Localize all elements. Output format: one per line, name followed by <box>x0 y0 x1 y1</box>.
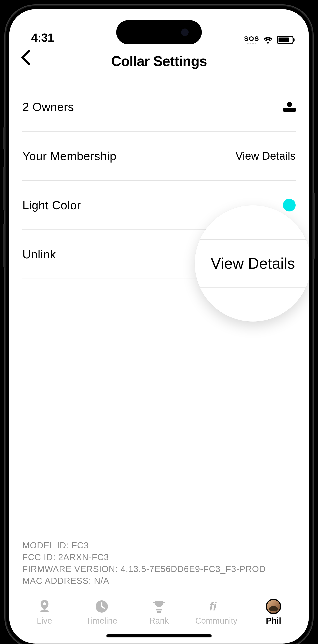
light-color-swatch <box>283 199 296 212</box>
svg-text:fi: fi <box>209 600 217 613</box>
mac-value: N/A <box>94 576 109 586</box>
timeline-icon <box>94 600 110 613</box>
tab-rank-label: Rank <box>149 616 169 626</box>
tab-bar: Live Timeline Rank fi Community <box>9 596 309 628</box>
tab-rank[interactable]: Rank <box>130 600 188 626</box>
chevron-left-icon <box>20 50 31 65</box>
model-id-label: MODEL ID: <box>22 540 69 550</box>
fcc-id-line: FCC ID: 2ARXN-FC3 <box>22 551 296 563</box>
mac-label: MAC ADDRESS: <box>22 576 91 586</box>
tab-live-label: Live <box>37 616 52 626</box>
row-membership-label: Your Membership <box>22 149 116 163</box>
firmware-label: FIRMWARE VERSION: <box>22 564 118 574</box>
wifi-icon <box>263 36 273 44</box>
tab-community[interactable]: fi Community <box>188 600 245 626</box>
status-right: SOS <box>244 35 294 44</box>
magnifier-callout: View Details <box>195 205 309 322</box>
row-membership-value: View Details <box>236 150 296 162</box>
row-light-color-label: Light Color <box>22 198 81 212</box>
tab-community-label: Community <box>195 616 237 626</box>
avatar-icon <box>266 600 281 613</box>
power-button <box>313 193 315 259</box>
fcc-id-label: FCC ID: <box>22 552 56 562</box>
tab-live[interactable]: Live <box>16 600 73 626</box>
row-membership[interactable]: Your Membership View Details <box>22 132 296 181</box>
avatar <box>266 599 281 614</box>
battery-fill <box>278 38 289 42</box>
tab-timeline[interactable]: Timeline <box>73 600 130 626</box>
screen: 4:31 SOS <box>9 9 309 644</box>
community-icon: fi <box>208 600 224 613</box>
side-button <box>3 127 5 149</box>
dynamic-island <box>116 20 202 44</box>
firmware-value: 4.13.5-7E56DD6E9-FC3_F3-PROD <box>120 564 266 574</box>
row-unlink-label: Unlink <box>22 248 56 261</box>
row-owners-label: 2 Owners <box>22 100 74 114</box>
add-owner-icon <box>283 102 296 112</box>
rank-icon <box>151 600 167 613</box>
back-button[interactable] <box>18 49 33 66</box>
device-info: MODEL ID: FC3 FCC ID: 2ARXN-FC3 FIRMWARE… <box>9 539 309 596</box>
fcc-id-value: 2ARXN-FC3 <box>58 552 109 562</box>
header: Collar Settings <box>9 44 309 82</box>
mac-line: MAC ADDRESS: N/A <box>22 575 296 587</box>
magnifier-text: View Details <box>195 233 309 294</box>
tab-phil-label: Phil <box>266 616 282 626</box>
cellular-sos: SOS <box>244 35 259 44</box>
sos-dots <box>247 43 256 44</box>
content: 2 Owners Your Membership View Details Li… <box>9 82 309 596</box>
page-title: Collar Settings <box>18 53 300 69</box>
tab-timeline-label: Timeline <box>86 616 117 626</box>
sos-label: SOS <box>244 35 259 42</box>
tab-phil[interactable]: Phil <box>245 600 302 626</box>
volume-down-button <box>3 224 5 268</box>
row-owners[interactable]: 2 Owners <box>22 82 296 132</box>
volume-up-button <box>3 167 5 210</box>
home-indicator[interactable] <box>106 634 212 638</box>
phone-frame: 4:31 SOS <box>4 4 314 644</box>
model-id-line: MODEL ID: FC3 <box>22 539 296 551</box>
firmware-line: FIRMWARE VERSION: 4.13.5-7E56DD6E9-FC3_F… <box>22 563 296 575</box>
battery-icon <box>277 36 294 44</box>
model-id-value: FC3 <box>72 540 89 550</box>
live-icon <box>37 600 52 613</box>
status-time: 4:31 <box>31 31 54 44</box>
